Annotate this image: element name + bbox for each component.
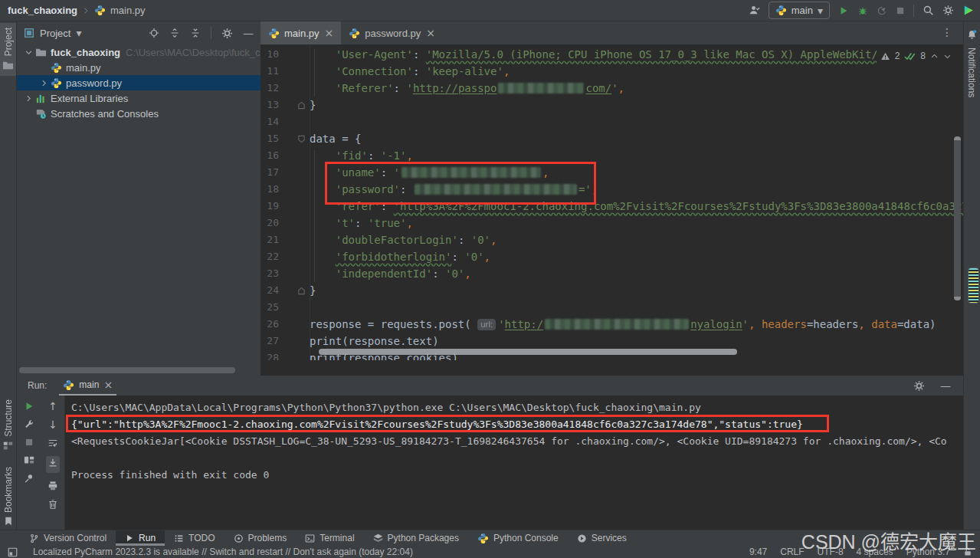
status-widget-crlf[interactable]: CRLF (780, 547, 804, 557)
notifications-strip-label[interactable]: Notifications (966, 48, 977, 97)
notification-bell-icon[interactable] (966, 29, 978, 41)
up-arrow-icon[interactable]: ↑ (48, 401, 57, 412)
pin-icon[interactable] (24, 473, 34, 484)
line-number[interactable]: 16 (261, 147, 279, 164)
collapse-all-icon[interactable] (190, 28, 201, 38)
error-stripe-widget[interactable] (968, 268, 979, 304)
code-line-27[interactable]: 27print(response.text) (261, 333, 963, 350)
line-number[interactable]: 27 (261, 333, 279, 350)
fold-up-icon[interactable] (297, 287, 306, 295)
chevron-up-icon[interactable] (930, 52, 939, 61)
editor-tab-main-py[interactable]: main.py× (261, 21, 341, 44)
locate-icon[interactable] (149, 28, 159, 38)
code-line-11[interactable]: 11'Connection': 'keep-alive', (261, 63, 963, 80)
profiler-button-icon[interactable] (877, 5, 887, 16)
tree-item-fuck-chaoxing[interactable]: fuck_chaoxingC:\Users\MAC\Desktop\fuck_c… (17, 44, 261, 60)
wrench-icon[interactable] (24, 419, 34, 430)
tool-window-button-project[interactable]: Project (0, 23, 16, 76)
chevron-right-icon[interactable] (40, 79, 48, 87)
breadcrumb-file[interactable]: main.py (110, 5, 146, 16)
run-button-icon[interactable] (838, 5, 849, 16)
editor-horizontal-scrollbar[interactable] (319, 349, 737, 355)
code-line-10[interactable]: 10'User-Agent': 'Mozilla/5.0 (iPhone; CP… (261, 46, 963, 63)
editor-vertical-scrollbar[interactable] (954, 136, 961, 300)
line-number[interactable]: 10 (261, 46, 279, 63)
tool-windows-icon[interactable] (8, 547, 18, 557)
code-line-15[interactable]: 15data = { (261, 130, 963, 147)
line-number[interactable]: 21 (261, 231, 279, 248)
close-icon[interactable]: × (426, 28, 435, 39)
line-number[interactable]: 14 (261, 113, 279, 130)
tool-window-button-problems[interactable]: Problems (225, 530, 297, 546)
tool-window-button-todo[interactable]: TODO (165, 530, 224, 546)
line-number[interactable]: 20 (261, 215, 279, 231)
run-tab-main[interactable]: main × (59, 376, 116, 396)
gutter-fold-column[interactable] (279, 135, 310, 143)
gear-icon[interactable] (913, 380, 925, 392)
scroll-end-toggle[interactable] (46, 456, 60, 473)
rerun-icon[interactable] (24, 401, 34, 412)
project-horizontal-scrollbar[interactable] (19, 367, 235, 373)
close-icon[interactable]: × (103, 379, 113, 390)
tool-window-button-structure[interactable]: Structure (0, 395, 16, 455)
chevron-down-icon[interactable] (25, 48, 33, 57)
status-message[interactable]: Localized PyCharm 2023.2.3 is available … (33, 547, 749, 557)
status-widget-utf-8[interactable]: UTF-8 (818, 547, 844, 557)
tree-item-external-libraries[interactable]: External Libraries (17, 90, 261, 106)
gutter-fold-column[interactable] (279, 287, 310, 295)
line-number[interactable]: 23 (261, 265, 279, 282)
status-widget-4-spaces[interactable]: 4 spaces (857, 547, 893, 557)
line-number[interactable]: 17 (261, 164, 279, 181)
line-number[interactable]: 25 (261, 299, 279, 316)
run-config-selector[interactable]: main▾ (769, 2, 830, 19)
settings-gear-icon[interactable] (942, 5, 954, 16)
tool-window-button-bookmarks[interactable]: Bookmarks (0, 462, 16, 530)
print-icon[interactable] (48, 481, 58, 491)
tool-window-button-terminal[interactable]: Terminal (296, 530, 363, 546)
trash-icon[interactable] (48, 499, 58, 510)
line-number[interactable]: 15 (261, 130, 279, 147)
code-editor[interactable]: 2 8 10'User-Agent': 'Mozilla/5.0 (iPhone… (261, 44, 963, 360)
code-line-21[interactable]: 21'doubleFactorLogin': '0', (261, 231, 963, 248)
tree-item-scratches-and-consoles[interactable]: Scratches and Consoles (17, 106, 261, 121)
status-widget-python-3-7[interactable]: Python 3.7 (906, 547, 950, 557)
code-line-13[interactable]: 13} (261, 97, 963, 113)
run-console[interactable]: C:\Users\MAC\AppData\Local\Programs\Pyth… (65, 396, 963, 530)
scroll-end-icon[interactable] (48, 458, 58, 468)
line-number[interactable]: 24 (261, 282, 279, 299)
lock-icon[interactable] (963, 547, 972, 556)
code-line-20[interactable]: 20't': 'true', (261, 215, 963, 231)
down-arrow-icon[interactable]: ↓ (48, 419, 57, 430)
minimize-icon[interactable]: — (940, 380, 951, 391)
tool-window-button-version-control[interactable]: Version Control (20, 530, 116, 546)
stop-gray-icon[interactable] (25, 438, 34, 447)
code-line-12[interactable]: 12'Referer': 'http://passpocom/', (261, 80, 963, 97)
ide-logo-icon[interactable] (962, 5, 974, 16)
line-number[interactable]: 13 (261, 97, 279, 113)
status-widget-9-47[interactable]: 9:47 (749, 547, 767, 557)
user-icon[interactable] (749, 5, 760, 16)
gear-icon[interactable] (221, 28, 233, 39)
code-line-24[interactable]: 24} (261, 282, 963, 299)
code-line-22[interactable]: 22'forbidotherlogin': '0', (261, 248, 963, 265)
line-number[interactable]: 28 (261, 350, 279, 360)
tool-window-button-run[interactable]: Run (116, 530, 165, 546)
line-number[interactable]: 12 (261, 80, 279, 97)
chevron-down-icon[interactable] (943, 52, 952, 61)
line-number[interactable]: 19 (261, 198, 279, 215)
code-line-26[interactable]: 26response = requests.post( url:'http:/n… (261, 316, 963, 333)
search-icon[interactable] (923, 5, 934, 16)
project-panel-title[interactable]: Project (40, 28, 70, 39)
line-number[interactable]: 26 (261, 316, 279, 333)
breadcrumb-project[interactable]: fuck_chaoxing (8, 5, 77, 16)
more-icon[interactable]: ⋮ (942, 27, 952, 38)
fold-up-icon[interactable] (297, 101, 306, 110)
tree-item-main-py[interactable]: main.py (17, 60, 261, 75)
layout-icon[interactable] (24, 455, 34, 465)
minus-icon[interactable]: — (243, 28, 254, 38)
stop-button-icon[interactable] (896, 6, 905, 15)
chevron-right-icon[interactable] (25, 94, 33, 103)
tool-window-button-python-console[interactable]: Python Console (468, 530, 568, 546)
tool-window-button-services[interactable]: Services (568, 530, 636, 546)
debug-button-icon[interactable] (857, 5, 868, 16)
